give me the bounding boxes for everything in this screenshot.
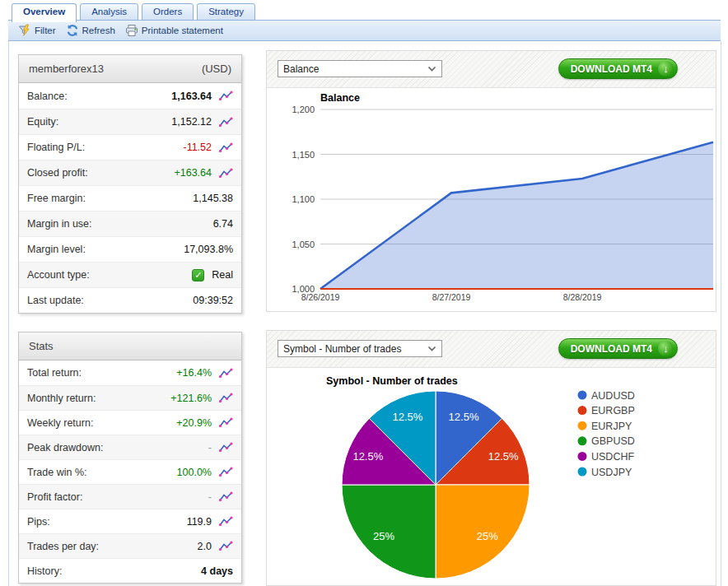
row-monthly-return: Monthly return:+121.6% [19, 385, 241, 410]
balance-chart: 1,0001,0501,1001,1501,2008/26/20198/27/2… [267, 88, 716, 311]
sparkline-icon[interactable] [219, 541, 233, 551]
row-label: Equity: [27, 116, 168, 128]
refresh-icon [66, 24, 79, 37]
legend-label[interactable]: AUDUSD [591, 390, 635, 402]
pie-metric-select[interactable]: Symbol - Number of trades [278, 340, 442, 357]
chevron-down-icon [427, 346, 436, 351]
tab-strategy[interactable]: Strategy [197, 3, 255, 21]
x-tick-label: 8/26/2019 [301, 292, 340, 302]
account-name: memberforex13 [29, 63, 104, 75]
sparkline-icon[interactable] [219, 393, 233, 403]
legend-label[interactable]: GBPUSD [591, 435, 635, 447]
slice-label: 12.5% [488, 450, 519, 463]
download-arrow-icon: ↓ [658, 341, 674, 356]
slice-label: 12.5% [352, 450, 383, 463]
row-value: 1,152.12 [171, 116, 212, 128]
y-tick-label: 1,050 [292, 240, 315, 249]
row-label: Account type: [27, 269, 192, 281]
tab-analysis[interactable]: Analysis [80, 3, 138, 21]
legend-bullet [578, 406, 587, 415]
area-fill [320, 142, 713, 289]
legend-bullet [578, 391, 587, 400]
sparkline-icon[interactable] [219, 516, 233, 527]
refresh-label: Refresh [82, 26, 115, 35]
row-free-margin: Free margin:1,145.38 [19, 185, 241, 211]
content-border-left [8, 41, 9, 586]
balance-metric-select-value: Balance [283, 63, 319, 75]
stats-rows: Total return:+16.4%Monthly return:+121.6… [19, 360, 241, 583]
toolbar: Filter Refresh P [8, 20, 721, 41]
sparkline-icon[interactable] [219, 368, 233, 379]
sparkline-icon[interactable] [219, 142, 233, 153]
row-peak-drawdown: Peak drawdown:- [19, 435, 241, 459]
row-value: 1,145.38 [193, 193, 233, 204]
sparkline-icon[interactable] [219, 117, 233, 128]
row-value: - [208, 491, 212, 503]
sparkline-icon[interactable] [219, 91, 233, 101]
sparkline-icon[interactable] [219, 467, 233, 477]
printer-icon [125, 24, 138, 37]
legend-bullet [578, 421, 587, 430]
download-arrow-icon: ↓ [658, 61, 674, 77]
filter-label: Filter [35, 26, 56, 35]
row-floating-p-l: Floating P/L:-11.52 [19, 134, 241, 160]
download-mt4-label: DOWNLOAD MT4 [571, 63, 652, 75]
row-value: 17,093.8% [184, 244, 233, 255]
row-label: Last update: [27, 295, 189, 306]
legend-bullet [578, 467, 587, 477]
row-label: Trades per day: [27, 541, 194, 552]
slice-label: 12.5% [393, 411, 423, 423]
stats-panel-header: Stats [19, 333, 241, 360]
row-weekly-return: Weekly return:+20.9% [19, 410, 241, 435]
download-mt4-label: DOWNLOAD MT4 [571, 343, 652, 355]
sparkline-icon[interactable] [219, 491, 233, 502]
row-value: +163.64 [174, 167, 212, 179]
legend-label[interactable]: EURGBP [591, 405, 635, 416]
legend-label[interactable]: USDJPY [591, 467, 632, 478]
download-mt4-button[interactable]: DOWNLOAD MT4 ↓ [558, 58, 678, 79]
y-tick-label: 1,200 [292, 105, 315, 114]
balance-metric-select[interactable]: Balance [278, 60, 442, 77]
row-margin-level: Margin level:17,093.8% [19, 236, 241, 262]
slice-label: 25% [373, 530, 394, 542]
sparkline-icon[interactable] [219, 417, 233, 428]
download-mt4-button-2[interactable]: DOWNLOAD MT4 ↓ [558, 338, 678, 359]
account-rows: Balance:1,163.64Equity:1,152.12Floating … [19, 83, 241, 313]
row-label: History: [27, 565, 198, 577]
balance-chart-header: Balance DOWNLOAD MT4 ↓ [267, 51, 716, 88]
legend-label[interactable]: EURJPY [591, 421, 632, 432]
row-label: Weekly return: [27, 417, 173, 429]
real-check-icon: ✓ [192, 269, 204, 281]
chart-title: Symbol - Number of trades [326, 375, 458, 387]
legend-label[interactable]: USDCHF [591, 451, 634, 463]
row-label: Profit factor: [27, 491, 205, 503]
row-value: +16.4% [176, 367, 212, 379]
stats-title: Stats [29, 340, 54, 352]
row-label: Monthly return: [27, 393, 167, 404]
row-value: - [208, 442, 212, 453]
pie-chart-header: Symbol - Number of trades DOWNLOAD MT4 ↓ [267, 331, 716, 368]
sparkline-icon[interactable] [219, 168, 233, 179]
chart-title: Balance [320, 92, 360, 104]
tab-overview[interactable]: Overview [12, 3, 77, 22]
refresh-button[interactable]: Refresh [66, 24, 115, 37]
printable-statement-button[interactable]: Printable statement [125, 24, 223, 37]
row-value: 119.9 [187, 516, 212, 528]
row-label: Floating P/L: [27, 142, 180, 153]
balance-chart-panel: Balance DOWNLOAD MT4 ↓ 1,0001,0501,1001,… [266, 50, 716, 312]
slice-label: 12.5% [449, 411, 479, 423]
row-value: +20.9% [176, 417, 212, 429]
tab-orders[interactable]: Orders [142, 3, 194, 21]
row-total-return: Total return:+16.4% [19, 360, 241, 385]
row-trades-per-day: Trades per day:2.0 [19, 533, 241, 558]
row-label: Margin in use: [27, 218, 210, 230]
filter-button[interactable]: Filter [18, 24, 56, 37]
row-label: Free margin: [27, 193, 189, 204]
row-balance: Balance:1,163.64 [19, 83, 241, 109]
row-label: Margin level: [27, 244, 180, 255]
filter-icon [18, 24, 31, 37]
chevron-down-icon [427, 66, 436, 72]
sparkline-icon[interactable] [219, 442, 233, 453]
row-account-type: Account type:✓Real [19, 262, 241, 287]
row-value: +121.6% [170, 393, 212, 404]
